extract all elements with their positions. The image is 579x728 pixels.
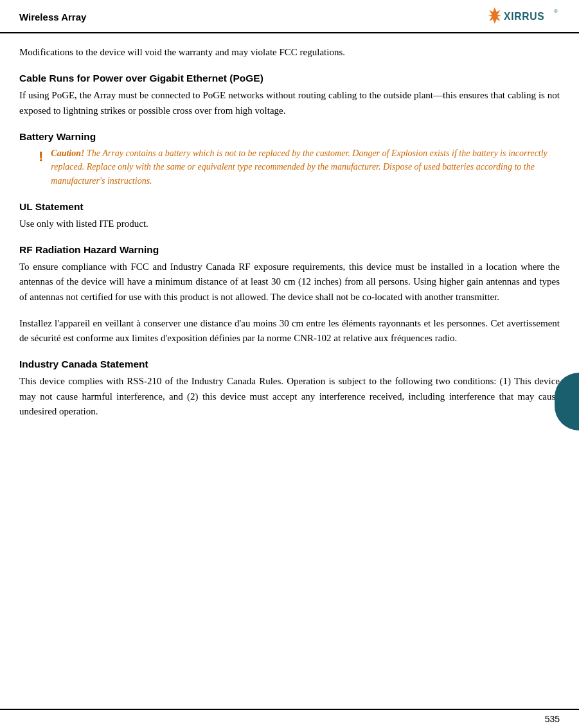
- ul-statement-heading: UL Statement: [19, 201, 560, 213]
- industry-canada-heading: Industry Canada Statement: [19, 359, 560, 370]
- svg-marker-0: [488, 7, 501, 24]
- xirrus-logo-icon: XIRRUS ®: [486, 6, 560, 27]
- ul-statement-body: Use only with listed ITE product.: [19, 217, 560, 231]
- page-number: 535: [545, 714, 560, 724]
- page-container: Wireless Array XIRRUS ® Modifications to…: [0, 0, 579, 728]
- caution-box: ! Caution! The Array contains a battery …: [39, 146, 560, 188]
- header-title: Wireless Array: [19, 12, 86, 22]
- svg-text:®: ®: [554, 9, 558, 14]
- section-cable-runs: Cable Runs for Power over Gigabit Ethern…: [19, 73, 560, 118]
- svg-text:XIRRUS: XIRRUS: [504, 11, 544, 22]
- caution-body: The Array contains a battery which is no…: [51, 148, 548, 186]
- rf-radiation-heading: RF Radiation Hazard Warning: [19, 244, 560, 256]
- caution-label: Caution!: [51, 148, 84, 158]
- industry-canada-body: This device complies with RSS-210 of the…: [19, 374, 560, 419]
- cable-runs-body: If using PoGE, the Array must be connect…: [19, 88, 560, 118]
- page-header: Wireless Array XIRRUS ®: [0, 0, 579, 33]
- section-industry-canada: Industry Canada Statement This device co…: [19, 359, 560, 419]
- modifications-paragraph: Modifications to the device will void th…: [19, 45, 560, 60]
- caution-text: Caution! The Array contains a battery wh…: [51, 146, 560, 188]
- main-content: Modifications to the device will void th…: [0, 45, 579, 419]
- section-battery-warning: Battery Warning ! Caution! The Array con…: [19, 131, 560, 188]
- cable-runs-heading: Cable Runs for Power over Gigabit Ethern…: [19, 73, 560, 84]
- section-ul-statement: UL Statement Use only with listed ITE pr…: [19, 201, 560, 231]
- section-rf-radiation: RF Radiation Hazard Warning To ensure co…: [19, 244, 560, 346]
- logo-container: XIRRUS ®: [486, 6, 560, 27]
- caution-exclamation-icon: !: [39, 148, 43, 166]
- rf-radiation-body2: Installez l'appareil en veillant à conse…: [19, 316, 560, 346]
- battery-warning-heading: Battery Warning: [19, 131, 560, 143]
- page-footer: 535: [0, 709, 579, 728]
- rf-radiation-body: To ensure compliance with FCC and Indust…: [19, 260, 560, 305]
